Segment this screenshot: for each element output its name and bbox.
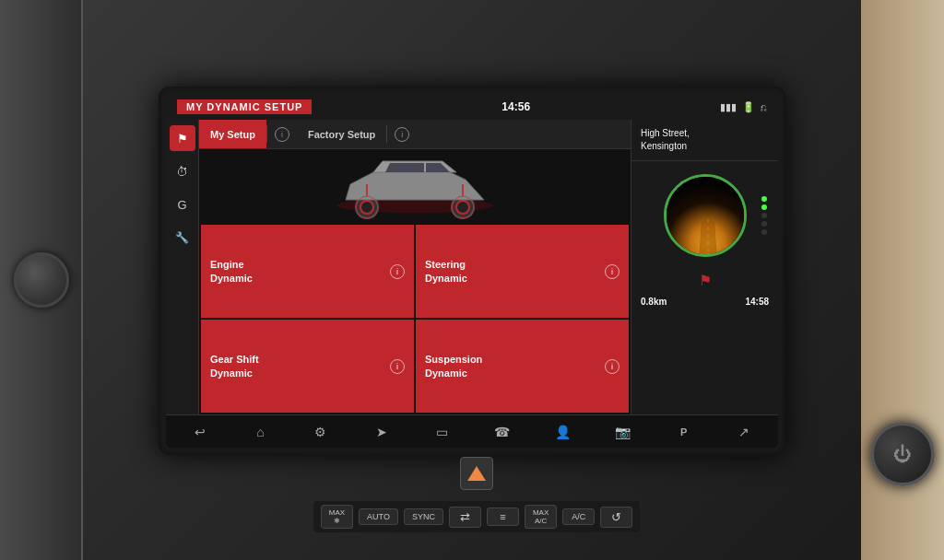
tab-factory-setup[interactable]: Factory Setup: [297, 120, 386, 148]
steering-icon: 🔧: [175, 231, 189, 244]
nav-dot-4: [761, 221, 767, 227]
screen-bezel: MY DYNAMIC SETUP 14:56 ▮▮▮ 🔋 ⎌ ⚑: [159, 87, 785, 455]
nav-media-icon[interactable]: ▭: [427, 419, 456, 445]
status-icons: ▮▮▮ 🔋 ⎌: [720, 101, 767, 113]
steering-dynamic-option[interactable]: SteeringDynamic i: [416, 225, 629, 318]
suspension-dynamic-label: SuspensionDynamic: [425, 353, 482, 379]
setup-tabs: My Setup i Factory Setup i: [199, 120, 631, 149]
steering-dynamic-info-icon[interactable]: i: [605, 264, 620, 279]
battery-icon: 🔋: [742, 101, 755, 113]
climate-recirculate-btn[interactable]: ↺: [600, 507, 632, 528]
nav-dot-5: [761, 229, 767, 235]
sidebar-g-meter-icon[interactable]: G: [170, 192, 195, 217]
nav-navigate-icon[interactable]: ➤: [367, 419, 396, 445]
nav-destination-flag-icon: ⚑: [699, 272, 712, 289]
nav-eta: 14:58: [745, 297, 769, 307]
nav-distance: 0.8km: [641, 297, 667, 307]
hazard-triangle-icon: [467, 466, 486, 481]
climate-auto-btn[interactable]: AUTO: [359, 508, 398, 525]
clock: 14:56: [502, 100, 530, 113]
center-panel: My Setup i Factory Setup i: [199, 120, 631, 414]
tab-my-setup[interactable]: My Setup: [199, 120, 266, 148]
hazard-button[interactable]: [460, 457, 493, 490]
nav-progress-dots: [761, 196, 767, 235]
car-visualization: [199, 149, 631, 223]
info-icon-my-setup[interactable]: i: [275, 127, 289, 142]
nav-settings-icon[interactable]: ↗: [729, 419, 759, 445]
engine-dynamic-info-icon[interactable]: i: [390, 264, 405, 279]
steering-dynamic-label: SteeringDynamic: [425, 258, 467, 285]
dynamic-options-grid: EngineDynamic i SteeringDynamic i Gear S…: [199, 223, 631, 414]
nav-back-icon[interactable]: ↩: [185, 419, 215, 445]
climate-seat-heat-btn[interactable]: ≡: [487, 508, 519, 526]
nav-dot-3: [761, 213, 767, 218]
nav-address-line1: High Street,: [641, 128, 690, 138]
bottom-nav-bar: ↩ ⌂ ⚙ ➤ ▭ ☎ 👤 📷 P ↗: [166, 414, 778, 448]
svg-point-4: [456, 201, 469, 214]
info-my-setup[interactable]: i: [267, 127, 297, 142]
g-meter-icon: G: [177, 198, 186, 212]
nav-road-visual: [667, 177, 744, 254]
svg-point-2: [360, 201, 373, 214]
side-panel-left: [0, 0, 83, 560]
checkered-flag-icon: ⚑: [177, 132, 188, 146]
gear-shift-dynamic-label: Gear ShiftDynamic: [210, 353, 259, 379]
screen-title: MY DYNAMIC SETUP: [177, 99, 312, 114]
left-sidebar: ⚑ ⏱ G 🔧: [166, 120, 199, 414]
left-knob[interactable]: [14, 252, 69, 308]
top-bar: MY DYNAMIC SETUP 14:56 ▮▮▮ 🔋 ⎌: [166, 94, 778, 120]
climate-ac-btn[interactable]: A/C: [562, 508, 595, 525]
nav-home-icon[interactable]: ⌂: [245, 419, 275, 445]
nav-parking-icon[interactable]: P: [669, 419, 699, 445]
nav-info-row: 0.8km 14:58: [631, 291, 778, 312]
info-factory-setup[interactable]: i: [387, 127, 417, 142]
nav-dot-1: [761, 196, 767, 202]
sidebar-steering-icon[interactable]: 🔧: [170, 225, 195, 251]
below-screen-controls: MAX❄ AUTO SYNC ⇄ ≡ MAXA/C A/C ↺: [101, 457, 852, 532]
suspension-dynamic-option[interactable]: SuspensionDynamic i: [416, 320, 629, 413]
car-svg: [313, 152, 516, 221]
clock-icon: ⏱: [176, 165, 188, 179]
climate-max-btn[interactable]: MAX❄: [321, 505, 353, 529]
info-icon-factory-setup[interactable]: i: [395, 127, 409, 142]
climate-controls: MAX❄ AUTO SYNC ⇄ ≡ MAXA/C A/C ↺: [313, 501, 641, 532]
infotainment-unit: MY DYNAMIC SETUP 14:56 ▮▮▮ 🔋 ⎌ ⚑: [159, 105, 785, 455]
road-svg: [667, 177, 747, 257]
sidebar-clock-icon[interactable]: ⏱: [170, 158, 195, 184]
nav-map-circle[interactable]: [664, 174, 747, 257]
climate-max-ac-btn[interactable]: MAXA/C: [525, 505, 557, 529]
side-panel-right: [861, 0, 944, 560]
gear-shift-dynamic-info-icon[interactable]: i: [390, 359, 405, 374]
engine-dynamic-label: EngineDynamic: [210, 258, 253, 285]
screen: MY DYNAMIC SETUP 14:56 ▮▮▮ 🔋 ⎌ ⚑: [166, 94, 778, 448]
sidebar-dynamic-icon[interactable]: ⚑: [170, 125, 195, 151]
tab-factory-setup-label: Factory Setup: [308, 129, 375, 140]
gear-shift-dynamic-option[interactable]: Gear ShiftDynamic i: [201, 320, 414, 413]
main-content: ⚑ ⏱ G 🔧: [166, 120, 778, 414]
tab-my-setup-label: My Setup: [210, 129, 255, 140]
car-surround: MY DYNAMIC SETUP 14:56 ▮▮▮ 🔋 ⎌ ⚑: [0, 0, 944, 560]
nav-apps-icon[interactable]: ⚙: [306, 419, 336, 445]
nav-phone-icon[interactable]: ☎: [488, 419, 517, 445]
bluetooth-icon: ⎌: [761, 101, 767, 112]
nav-panel: High Street, Kensington: [631, 120, 778, 414]
nav-dot-2: [761, 204, 767, 210]
engine-dynamic-option[interactable]: EngineDynamic i: [201, 225, 414, 318]
nav-camera-icon[interactable]: 📷: [608, 419, 638, 445]
climate-sync-btn[interactable]: SYNC: [404, 508, 443, 525]
power-knob[interactable]: [870, 422, 935, 486]
climate-airflow-btn[interactable]: ⇄: [449, 507, 481, 528]
signal-icon: ▮▮▮: [720, 101, 737, 113]
nav-address: High Street, Kensington: [631, 120, 778, 161]
suspension-dynamic-info-icon[interactable]: i: [605, 359, 620, 374]
nav-contacts-icon[interactable]: 👤: [548, 419, 577, 445]
nav-address-line2: Kensington: [641, 141, 687, 151]
